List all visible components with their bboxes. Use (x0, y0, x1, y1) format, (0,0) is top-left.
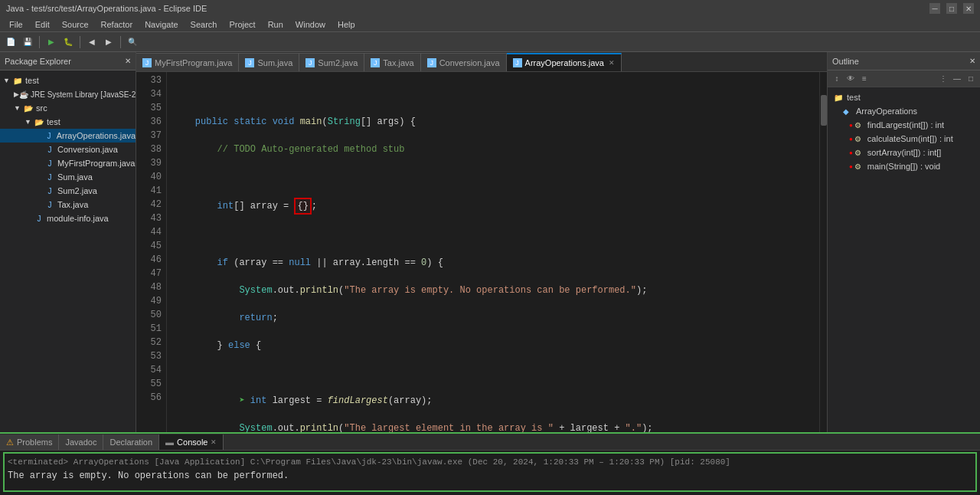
new-button[interactable]: 📄 (3, 34, 18, 50)
outline-max-btn[interactable]: □ (965, 73, 977, 85)
outline-tree: 📁 test ◆ ArrayOperations ● ⚙ findLargest… (828, 87, 980, 432)
java-file-icon-sum: J (44, 172, 55, 182)
problems-label: Problems (17, 438, 52, 447)
run-button[interactable]: ▶ (44, 34, 59, 50)
outline-item-test[interactable]: 📁 test (828, 90, 980, 104)
outline-item-calculatesum[interactable]: ● ⚙ calculateSum(int[]) : int (828, 132, 980, 146)
menu-run[interactable]: Run (262, 17, 289, 31)
package-explorer-tree: ▼ 📁 test ▶ ☕ JRE System Library [JavaSE-… (0, 70, 136, 432)
tab-label-tax: Tax.java (383, 58, 413, 67)
code-line-38 (173, 228, 819, 242)
tree-item-jre[interactable]: ▶ ☕ JRE System Library [JavaSE-22] (0, 87, 136, 101)
outline-method-icon-fl: ⚙ (854, 121, 865, 129)
save-button[interactable]: 💾 (20, 34, 35, 50)
java-file-icon: J (44, 130, 54, 141)
minimize-button[interactable]: ─ (929, 3, 940, 14)
tab-sum[interactable]: J Sum.java (239, 53, 299, 71)
outline-method-icon-main: ⚙ (854, 162, 865, 171)
tab-myfirstprogram[interactable]: J MyFirstProgram.java (136, 53, 239, 71)
menu-help[interactable]: Help (332, 17, 361, 31)
outline-header: Outline ✕ (828, 52, 980, 70)
menu-refactor[interactable]: Refactor (95, 17, 139, 31)
forward-button[interactable]: ▶ (101, 34, 116, 50)
outline-hide-btn[interactable]: 👁 (844, 73, 857, 85)
outline-method-icon-cs: ⚙ (854, 135, 865, 143)
console-close[interactable]: ✕ (211, 438, 217, 446)
tab-close-ao[interactable]: ✕ (609, 59, 615, 67)
declaration-label: Declaration (109, 438, 152, 447)
bottom-tab-declaration[interactable]: Declaration (103, 434, 159, 450)
close-button[interactable]: ✕ (963, 3, 974, 14)
tree-item-sum[interactable]: ▶ J Sum.java (0, 170, 136, 184)
outline-class-label: ArrayOperations (856, 107, 917, 116)
outline-sort-btn[interactable]: ↕ (831, 73, 843, 85)
tab-arrayops[interactable]: J ArrayOperations.java ✕ (507, 53, 622, 71)
java-file-icon-tax: J (44, 199, 55, 210)
outline-item-main[interactable]: ● ⚙ main(String[]) : void (828, 159, 980, 173)
menu-window[interactable]: Window (289, 17, 332, 31)
tree-item-sum2[interactable]: ▶ J Sum2.java (0, 184, 136, 198)
outline-min-btn[interactable]: — (951, 73, 963, 85)
outline-calculatesum-label: calculateSum(int[]) : int (867, 134, 953, 143)
menu-source[interactable]: Source (56, 17, 95, 31)
menu-file[interactable]: File (3, 17, 29, 31)
bottom-tab-problems[interactable]: ⚠ Problems (0, 434, 59, 450)
editor-scrollbar[interactable] (819, 72, 827, 432)
line-numbers: 33 34 35 36 37 38 39 40 41 42 43 44 45 4… (136, 72, 167, 432)
search-button[interactable]: 🔍 (125, 34, 140, 50)
outline-main-label: main(String[]) : void (867, 162, 940, 171)
scrollbar-thumb[interactable] (821, 95, 827, 126)
package-explorer-close[interactable]: ✕ (125, 57, 131, 65)
bottom-tab-console[interactable]: ▬ Console ✕ (159, 434, 224, 450)
tree-item-mfp[interactable]: ▶ J MyFirstProgram.java (0, 156, 136, 170)
code-line-44: ➤ int largest = findLargest(array); (173, 394, 819, 408)
tree-item-src[interactable]: ▼ 📂 src (0, 101, 136, 115)
outline-method-icon-sa: ⚙ (854, 149, 865, 157)
console-terminated-text: <terminated> ArrayOperations [Java Appli… (8, 455, 972, 469)
outline-close[interactable]: ✕ (969, 57, 975, 65)
back-button[interactable]: ◀ (84, 34, 100, 50)
tree-item-test-pkg[interactable]: ▼ 📂 test (0, 115, 136, 129)
sum2-label: Sum2.java (57, 186, 97, 195)
tree-item-module-info[interactable]: ▶ J module-info.java (0, 211, 136, 225)
module-info-label: module-info.java (47, 214, 109, 223)
code-line-39: if (array == null || array.length == 0) … (173, 256, 819, 270)
tab-sum2[interactable]: J Sum2.java (299, 53, 364, 71)
menu-navigate[interactable]: Navigate (139, 17, 184, 31)
tab-label-sum: Sum.java (257, 58, 292, 67)
outline-item-sortarray[interactable]: ● ⚙ sortArray(int[]) : int[] (828, 146, 980, 159)
outline-panel: Outline ✕ ↕ 👁 ≡ ⋮ — □ 📁 test ◆ (827, 52, 980, 432)
menu-project[interactable]: Project (223, 17, 261, 31)
outline-menu-btn[interactable]: ⋮ (937, 73, 949, 85)
menu-edit[interactable]: Edit (29, 17, 56, 31)
java-file-icon-mfp: J (44, 158, 55, 169)
test-pkg-label: test (47, 117, 60, 126)
title-bar-controls: ─ □ ✕ (929, 3, 974, 14)
code-content[interactable]: public static void main(String[] args) {… (167, 72, 819, 432)
menu-search[interactable]: Search (185, 17, 224, 31)
bottom-tab-javadoc[interactable]: Javadoc (59, 434, 103, 450)
code-line-35: // TODO Auto-generated method stub (173, 143, 819, 156)
outline-item-findlargest[interactable]: ● ⚙ findLargest(int[]) : int (828, 118, 980, 132)
tab-conversion[interactable]: J Conversion.java (421, 53, 507, 71)
tree-item-array-ops[interactable]: ▶ J ArrayOperations.java (0, 129, 136, 143)
code-editor[interactable]: 33 34 35 36 37 38 39 40 41 42 43 44 45 4… (136, 72, 827, 432)
outline-folder-icon: 📁 (834, 93, 844, 102)
package-explorer-header: Package Explorer ✕ (0, 52, 136, 70)
debug-button[interactable]: 🐛 (60, 34, 76, 50)
outline-item-arrayops[interactable]: ◆ ArrayOperations (828, 104, 980, 118)
tree-item-conversion[interactable]: ▶ J Conversion.java (0, 143, 136, 156)
tree-item-tax[interactable]: ▶ J Tax.java (0, 198, 136, 211)
code-line-34: public static void main(String[] args) { (173, 115, 819, 129)
tree-arrow: ▼ (3, 77, 12, 84)
maximize-button[interactable]: □ (946, 3, 957, 14)
tree-item-test-project[interactable]: ▼ 📁 test (0, 74, 136, 87)
tab-tax[interactable]: J Tax.java (364, 53, 420, 71)
tab-label-conv: Conversion.java (439, 58, 500, 67)
console-label: Console (177, 438, 207, 447)
outline-sortarray-label: sortArray(int[]) : int[] (867, 148, 942, 157)
outline-collapse-btn[interactable]: ≡ (858, 73, 871, 85)
mfp-label: MyFirstProgram.java (57, 159, 135, 168)
tab-icon-ao: J (513, 58, 522, 67)
code-line-40: System.out.println("The array is empty. … (173, 284, 819, 297)
